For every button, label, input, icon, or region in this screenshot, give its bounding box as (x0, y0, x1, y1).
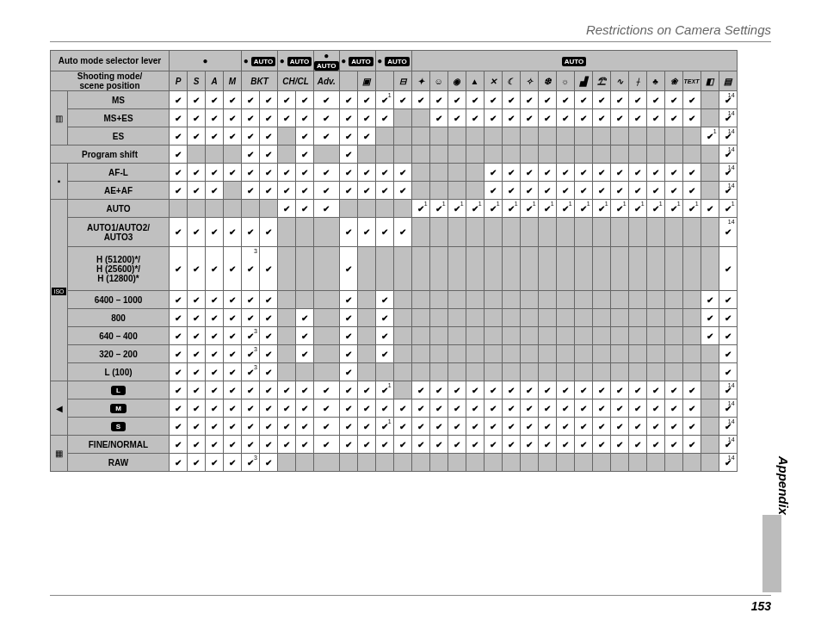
cell (719, 363, 737, 381)
cell (448, 146, 466, 164)
cell (448, 399, 466, 418)
col-18-icon: ✧ (520, 71, 538, 91)
hdr-shooting-mode: Shooting mode/ scene position (51, 71, 170, 91)
cell (357, 436, 375, 454)
hdr-dotauto-2: ● AUTO (278, 51, 314, 71)
cell (682, 218, 701, 247)
col-28-icon: ◧ (701, 71, 719, 91)
cell (357, 164, 375, 182)
cell (339, 309, 357, 327)
cell (646, 109, 664, 127)
cell (411, 381, 429, 399)
cell (260, 127, 278, 146)
cell (411, 399, 429, 418)
cell (448, 381, 466, 399)
cell (448, 291, 466, 309)
cell (296, 127, 314, 146)
cell (278, 218, 296, 247)
cell (466, 381, 484, 399)
cell (357, 363, 375, 381)
row-label: H (51200)*/ H (25600)*/ H (12800)* (68, 247, 170, 291)
cell (448, 345, 466, 363)
cell (556, 327, 574, 345)
cell (393, 327, 411, 345)
cell (314, 247, 340, 291)
cell (556, 218, 574, 247)
cell (357, 345, 375, 363)
row-label: M (68, 399, 170, 418)
cell (411, 345, 429, 363)
cell: 1 (646, 200, 664, 218)
cell (538, 454, 556, 472)
cell (701, 381, 719, 399)
cell (484, 146, 502, 164)
col-8 (339, 71, 357, 91)
cell (682, 418, 701, 436)
cell (592, 164, 610, 182)
cell (610, 109, 628, 127)
cell (466, 91, 484, 109)
cell (429, 363, 448, 381)
cell: 1 (375, 381, 393, 399)
cell (520, 418, 538, 436)
cell: 14 (719, 454, 737, 472)
cell (411, 109, 429, 127)
cell (296, 309, 314, 327)
cell (224, 247, 242, 291)
cell (314, 345, 340, 363)
cell (393, 218, 411, 247)
cell (260, 146, 278, 164)
cell (701, 200, 719, 218)
cell (520, 327, 538, 345)
cell (556, 454, 574, 472)
cell (701, 436, 719, 454)
cell (429, 381, 448, 399)
cell (574, 164, 592, 182)
cell (628, 146, 646, 164)
cell (357, 91, 375, 109)
cell (278, 164, 296, 182)
cell (314, 91, 340, 109)
cell (592, 327, 610, 345)
cell (484, 127, 502, 146)
cell (357, 454, 375, 472)
cell (484, 182, 502, 200)
row-label: RAW (68, 454, 170, 472)
cell (411, 436, 429, 454)
cell (574, 291, 592, 309)
cell (556, 164, 574, 182)
cell (574, 182, 592, 200)
cell (206, 327, 224, 345)
col-9-icon: ▣ (357, 71, 375, 91)
cell (664, 327, 682, 345)
cell (260, 309, 278, 327)
side-tab-text: Appendix (776, 456, 791, 515)
cell (357, 327, 375, 345)
cell (556, 399, 574, 418)
cell (502, 309, 520, 327)
cell (646, 247, 664, 291)
page-number: 153 (751, 599, 771, 613)
cell (170, 454, 188, 472)
cell (411, 146, 429, 164)
cell (466, 418, 484, 436)
cell (682, 164, 701, 182)
cell (520, 91, 538, 109)
cell (224, 309, 242, 327)
row-label: AUTO1/AUTO2/ AUTO3 (68, 218, 170, 247)
cell (610, 363, 628, 381)
cell (484, 309, 502, 327)
cell: 1 (664, 200, 682, 218)
cell (314, 418, 340, 436)
cell (574, 454, 592, 472)
cell (628, 91, 646, 109)
cell (466, 127, 484, 146)
cell (296, 363, 314, 381)
cell (556, 363, 574, 381)
cell: 14 (719, 418, 737, 436)
cell (170, 363, 188, 381)
col-15-icon: ▲ (466, 71, 484, 91)
cell: 1 (375, 91, 393, 109)
cell (574, 436, 592, 454)
cell (411, 309, 429, 327)
